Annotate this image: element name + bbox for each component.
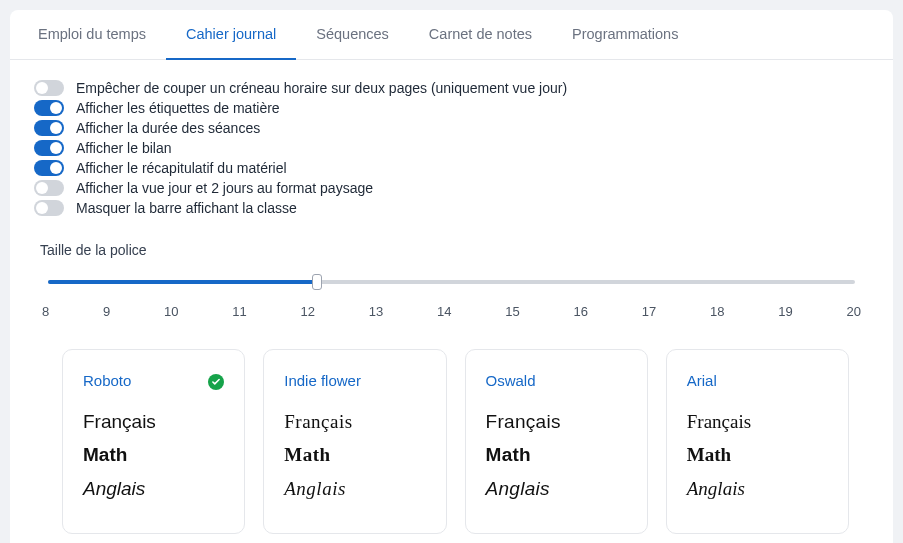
- toggle-row-hide-class-bar: Masquer la barre affichant la classe: [34, 198, 869, 218]
- settings-panel: Emploi du temps Cahier journal Séquences…: [10, 10, 893, 543]
- sample-italic: Anglais: [486, 472, 627, 505]
- font-cards: Roboto Français Math Anglais Indie flowe…: [10, 339, 893, 543]
- toggle-label: Afficher le récapitulatif du matériel: [76, 160, 287, 176]
- font-sample: Français Math Anglais: [687, 405, 828, 505]
- toggle-duration[interactable]: [34, 120, 64, 136]
- toggle-label: Empêcher de couper un créneau horaire su…: [76, 80, 567, 96]
- slider-tick: 11: [232, 304, 246, 319]
- slider-title: Taille de la police: [40, 242, 863, 258]
- sample-italic: Anglais: [687, 472, 828, 505]
- toggle-subject-tags[interactable]: [34, 100, 64, 116]
- toggle-label: Afficher le bilan: [76, 140, 171, 156]
- slider-tick: 15: [505, 304, 519, 319]
- toggle-hide-class-bar[interactable]: [34, 200, 64, 216]
- font-card-oswald[interactable]: Oswald Français Math Anglais: [465, 349, 648, 534]
- sample-regular: Français: [83, 405, 224, 438]
- font-sample: Français Math Anglais: [486, 405, 627, 505]
- slider-tick: 19: [778, 304, 792, 319]
- toggle-prevent-split[interactable]: [34, 80, 64, 96]
- toggle-row-prevent-split: Empêcher de couper un créneau horaire su…: [34, 78, 869, 98]
- toggle-label: Afficher les étiquettes de matière: [76, 100, 280, 116]
- sample-bold: Math: [284, 438, 425, 471]
- slider-tick: 13: [369, 304, 383, 319]
- sample-regular: Français: [284, 405, 425, 438]
- slider-tick: 8: [42, 304, 49, 319]
- toggle-label: Afficher la vue jour et 2 jours au forma…: [76, 180, 373, 196]
- toggle-row-landscape: Afficher la vue jour et 2 jours au forma…: [34, 178, 869, 198]
- slider-tick: 18: [710, 304, 724, 319]
- font-name: Indie flower: [284, 372, 425, 389]
- font-size-section: Taille de la police 8 9 10 11 12 13 14 1…: [10, 228, 893, 339]
- font-card-indie-flower[interactable]: Indie flower Français Math Anglais: [263, 349, 446, 534]
- slider-handle[interactable]: [312, 274, 322, 290]
- font-card-roboto[interactable]: Roboto Français Math Anglais: [62, 349, 245, 534]
- sample-italic: Anglais: [83, 472, 224, 505]
- sample-italic: Anglais: [284, 472, 425, 505]
- tab-carnet-de-notes[interactable]: Carnet de notes: [409, 10, 552, 60]
- font-name: Arial: [687, 372, 828, 389]
- font-size-slider[interactable]: [40, 274, 863, 290]
- tab-cahier-journal[interactable]: Cahier journal: [166, 10, 296, 60]
- toggle-row-bilan: Afficher le bilan: [34, 138, 869, 158]
- slider-fill: [48, 280, 317, 284]
- font-name: Oswald: [486, 372, 627, 389]
- font-sample: Français Math Anglais: [284, 405, 425, 505]
- sample-bold: Math: [687, 438, 828, 471]
- tab-programmations[interactable]: Programmations: [552, 10, 698, 60]
- sample-bold: Math: [486, 438, 627, 471]
- slider-tick: 12: [301, 304, 315, 319]
- toggle-row-duration: Afficher la durée des séances: [34, 118, 869, 138]
- sample-bold: Math: [83, 438, 224, 471]
- slider-tick: 17: [642, 304, 656, 319]
- toggle-bilan[interactable]: [34, 140, 64, 156]
- font-name: Roboto: [83, 372, 224, 389]
- slider-ticks: 8 9 10 11 12 13 14 15 16 17 18 19 20: [40, 304, 863, 319]
- slider-rail: [48, 280, 855, 284]
- toggle-row-materiel: Afficher le récapitulatif du matériel: [34, 158, 869, 178]
- tab-sequences[interactable]: Séquences: [296, 10, 409, 60]
- slider-tick: 16: [574, 304, 588, 319]
- toggle-row-subject-tags: Afficher les étiquettes de matière: [34, 98, 869, 118]
- font-sample: Français Math Anglais: [83, 405, 224, 505]
- toggle-label: Masquer la barre affichant la classe: [76, 200, 297, 216]
- sample-regular: Français: [486, 405, 627, 438]
- sample-regular: Français: [687, 405, 828, 438]
- toggle-materiel[interactable]: [34, 160, 64, 176]
- toggle-landscape[interactable]: [34, 180, 64, 196]
- tab-bar: Emploi du temps Cahier journal Séquences…: [10, 10, 893, 60]
- slider-tick: 14: [437, 304, 451, 319]
- font-card-arial[interactable]: Arial Français Math Anglais: [666, 349, 849, 534]
- slider-tick: 10: [164, 304, 178, 319]
- slider-tick: 9: [103, 304, 110, 319]
- toggle-label: Afficher la durée des séances: [76, 120, 260, 136]
- tab-emploi-du-temps[interactable]: Emploi du temps: [18, 10, 166, 60]
- toggle-list: Empêcher de couper un créneau horaire su…: [10, 60, 893, 228]
- slider-tick: 20: [847, 304, 861, 319]
